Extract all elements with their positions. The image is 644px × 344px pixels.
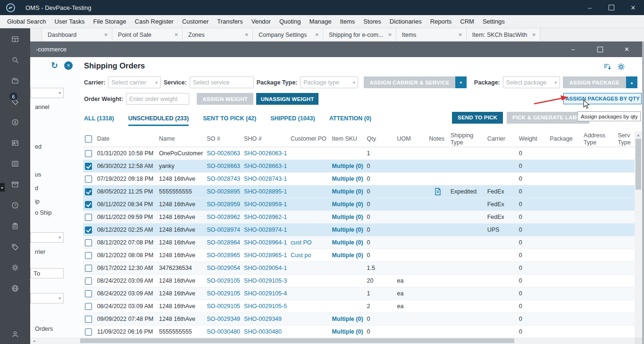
export-icon[interactable] xyxy=(603,63,611,72)
column-header[interactable]: Shipping Type xyxy=(449,131,485,147)
row-checkbox[interactable] xyxy=(85,176,92,183)
sales-icon[interactable]: $ xyxy=(11,118,19,126)
table-row[interactable]: 09/09/2022 07:48 PM 1248 16thAve SO-0029… xyxy=(83,313,635,326)
panel-dropdown[interactable]: ▾ xyxy=(30,293,64,303)
child-close-icon[interactable]: ✕ xyxy=(613,42,640,57)
assign-carrier-service-button[interactable]: ASSIGN CARRIER & SERVICE xyxy=(364,76,455,88)
view-tab[interactable]: SENT TO PICK (42) xyxy=(203,115,256,126)
cell-item-sku[interactable] xyxy=(330,147,365,160)
carrier-select[interactable]: Select carrier▾ xyxy=(108,76,161,88)
row-checkbox[interactable] xyxy=(85,188,92,195)
column-header[interactable]: Notes xyxy=(427,131,448,147)
menu-item[interactable]: Global Search xyxy=(3,15,50,28)
menu-item-assign-packages-by-qty[interactable]: ASSIGN PACKAGES BY QTY xyxy=(563,93,642,104)
column-header[interactable]: UOM xyxy=(395,131,427,147)
scroll-left-icon[interactable]: ◂ xyxy=(31,337,37,344)
row-checkbox[interactable] xyxy=(85,328,92,336)
cell-sho-link[interactable]: SHO-0028895-1 xyxy=(242,185,289,198)
cell-sho-link[interactable]: SHO-0028974-1 xyxy=(242,224,289,236)
tab-close-icon[interactable]: ✕ xyxy=(388,32,392,37)
menu-item[interactable]: Customer xyxy=(178,15,213,28)
view-tab[interactable]: ALL (1318) xyxy=(84,115,114,126)
cell-customer-po[interactable] xyxy=(289,198,330,211)
cell-customer-po[interactable] xyxy=(289,147,330,160)
cell-customer-po[interactable] xyxy=(289,313,330,326)
tab-close-icon[interactable]: ✕ xyxy=(104,32,108,37)
pick-generate-label-button[interactable]: PICK & GENERATE LABEL xyxy=(507,112,589,124)
tab-close-icon[interactable]: ✕ xyxy=(532,32,535,37)
child-maximize-icon[interactable] xyxy=(586,42,613,57)
horizontal-scrollbar[interactable]: ◂ xyxy=(30,337,635,344)
table-row[interactable]: 11/09/2022 06:16 PM 5555555555 SO-003048… xyxy=(83,326,635,338)
tag-icon[interactable] xyxy=(11,243,19,251)
cell-customer-po[interactable] xyxy=(289,224,330,236)
search-icon[interactable] xyxy=(11,56,19,64)
tab-close-icon[interactable]: ✕ xyxy=(175,32,178,37)
settings-gear-icon[interactable] xyxy=(11,263,19,272)
menu-item[interactable]: Stores xyxy=(359,15,385,28)
catalog-icon[interactable] xyxy=(11,159,19,168)
cell-customer-po[interactable]: Cust po xyxy=(289,249,330,262)
table-row[interactable]: 08/12/2022 08:08 PM 1248 16thAve SO-0028… xyxy=(83,249,635,262)
unassign-weight-button[interactable]: UNASSIGN WEIGHT xyxy=(256,93,318,105)
dashboard-icon[interactable] xyxy=(11,35,19,43)
table-row[interactable]: 08/12/2022 02:25 AM 1248 16thAve SO-0028… xyxy=(83,224,635,236)
cell-customer-po[interactable] xyxy=(289,287,330,300)
cell-sho-link[interactable]: SHO-0029054-1 xyxy=(242,262,289,275)
menu-item[interactable]: File Storage xyxy=(89,15,130,28)
cell-sho-link[interactable]: SHO-0029349 xyxy=(242,313,289,326)
assign-package-button[interactable]: ASSIGN PACKAGE xyxy=(563,76,626,88)
cell-so-link[interactable]: SO-0028743 xyxy=(205,173,242,185)
view-tab[interactable]: SHIPPED (1043) xyxy=(270,115,315,126)
scroll-up-icon[interactable]: ▲ xyxy=(635,132,642,138)
cell-customer-po[interactable] xyxy=(289,326,330,338)
cell-customer-po[interactable] xyxy=(289,262,330,275)
panel-expander-icon[interactable]: ▸ xyxy=(0,183,5,192)
table-row[interactable]: 08/12/2022 07:08 PM 1248 16thAve SO-0028… xyxy=(83,236,635,249)
menu-item[interactable]: Cash Register xyxy=(131,15,178,28)
menu-item[interactable]: Manage xyxy=(305,15,335,28)
menu-item[interactable]: Settings xyxy=(478,15,509,28)
column-header[interactable]: SO # xyxy=(205,131,242,147)
clear-filters-icon[interactable]: ✕ xyxy=(64,61,73,70)
row-checkbox[interactable] xyxy=(85,290,92,297)
minimize-icon[interactable]: – xyxy=(579,0,601,15)
column-header[interactable]: Item SKU xyxy=(330,131,365,147)
cell-customer-po[interactable] xyxy=(289,275,330,287)
assign-carrier-service-dropdown-icon[interactable]: ▾ xyxy=(455,76,467,88)
cell-item-sku[interactable] xyxy=(330,287,365,300)
cell-customer-po[interactable] xyxy=(289,185,330,198)
panel-to-input[interactable] xyxy=(30,268,64,278)
cell-item-sku[interactable]: Multiple (0) xyxy=(330,236,365,249)
cell-customer-po[interactable] xyxy=(289,160,330,173)
menu-item[interactable]: User Tasks xyxy=(50,15,89,28)
contacts-icon[interactable] xyxy=(11,139,19,147)
cell-so-link[interactable]: SO-0029105 xyxy=(205,275,242,287)
cell-so-link[interactable]: SO-0028663 xyxy=(205,160,242,173)
cell-item-sku[interactable]: Multiple (0) xyxy=(330,198,365,211)
order-weight-input[interactable] xyxy=(126,93,189,105)
tab-close-icon[interactable]: ✕ xyxy=(458,32,462,37)
cell-item-sku[interactable]: Multiple (0) xyxy=(330,249,365,262)
menu-item[interactable]: Items xyxy=(335,15,359,28)
table-row[interactable]: 07/19/2022 09:18 PM 1248 16thAve SO-0028… xyxy=(83,173,635,185)
cell-item-sku[interactable]: Multiple (0) xyxy=(330,313,365,326)
cell-item-sku[interactable] xyxy=(330,262,365,275)
assign-package-dropdown-icon[interactable]: ▴ xyxy=(626,76,637,88)
row-checkbox[interactable] xyxy=(85,201,92,208)
row-checkbox[interactable] xyxy=(85,265,92,272)
document-tab[interactable]: Item: SKCh BlacWith ✕ xyxy=(467,28,540,41)
column-header[interactable]: Address Type xyxy=(582,131,616,147)
help-icon[interactable]: ? xyxy=(11,201,19,210)
vertical-scrollbar[interactable]: ▲ xyxy=(635,131,642,337)
cell-so-link[interactable]: SO-0028965 xyxy=(205,249,242,262)
row-checkbox[interactable] xyxy=(85,252,92,259)
table-row[interactable]: 08/24/2022 03:09 AM 1248 16thAve SO-0029… xyxy=(83,300,635,313)
column-header[interactable]: Carrier xyxy=(485,131,517,147)
cell-sho-link[interactable]: SHO-0029105-4 xyxy=(242,287,289,300)
cell-item-sku[interactable]: Multiple (0) xyxy=(330,160,365,173)
cell-item-sku[interactable]: Multiple (0) xyxy=(330,326,365,338)
column-header[interactable]: Customer PO xyxy=(289,131,330,147)
cell-so-link[interactable]: SO-0030480 xyxy=(205,326,242,338)
cell-customer-po[interactable]: cust PO xyxy=(289,236,330,249)
